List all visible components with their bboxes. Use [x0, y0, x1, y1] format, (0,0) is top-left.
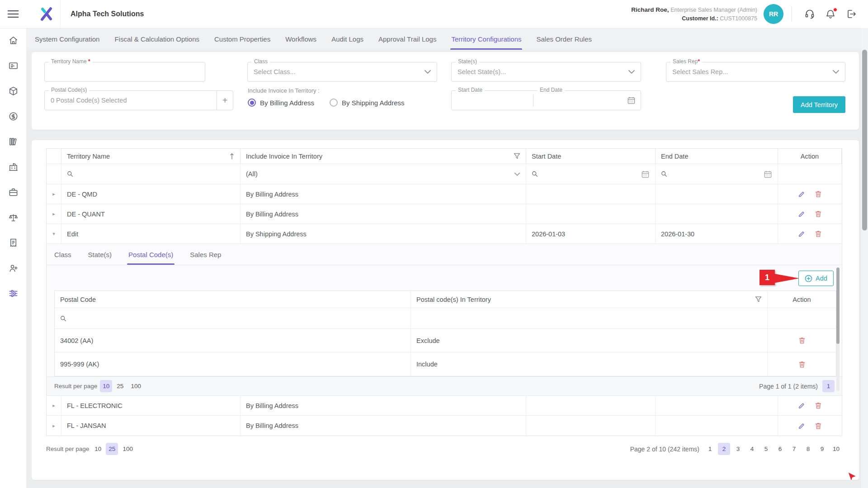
- expand-row-icon[interactable]: ▸: [52, 191, 56, 197]
- sales-rep-select[interactable]: Sales Rep* Select Sales Rep...: [666, 62, 845, 82]
- expand-row-icon[interactable]: ▸: [52, 403, 56, 408]
- customer-id-label: Customer Id.:: [682, 15, 718, 22]
- radio-unselected-icon: [330, 99, 338, 107]
- annotation-cursor: [847, 472, 857, 483]
- territory-name-field[interactable]: Territory Name *: [44, 62, 205, 82]
- calendar-icon[interactable]: [764, 170, 772, 178]
- detail-scrollbar[interactable]: [836, 267, 840, 391]
- class-select[interactable]: Class Select Class...: [247, 62, 437, 82]
- page-number-3[interactable]: 3: [732, 443, 744, 455]
- header-divider: [792, 6, 792, 22]
- support-headset-icon[interactable]: [799, 6, 820, 22]
- tab-approval-trail-logs[interactable]: Approval Trail Logs: [378, 28, 436, 50]
- page-number-1[interactable]: 1: [822, 380, 835, 392]
- delete-trash-icon[interactable]: [815, 190, 822, 198]
- tab-custom-properties[interactable]: Custom Properties: [214, 28, 270, 50]
- table-row: ▸ DE - QMD By Billing Address: [47, 184, 842, 204]
- tab-fiscal-calculation-options[interactable]: Fiscal & Calculation Options: [114, 28, 199, 50]
- invoice-icon[interactable]: [8, 238, 19, 248]
- package-icon[interactable]: [8, 86, 19, 96]
- page-number-5[interactable]: 5: [760, 443, 772, 455]
- tab-workflows[interactable]: Workflows: [285, 28, 316, 50]
- page-size-25[interactable]: 25: [106, 443, 118, 455]
- page-size-100[interactable]: 100: [128, 380, 144, 392]
- detail-tab-states[interactable]: State(s): [88, 244, 112, 265]
- postal-add-button[interactable]: +: [217, 91, 233, 110]
- page-number-9[interactable]: 9: [816, 443, 828, 455]
- territory-name-cell: FL - JANSAN: [67, 422, 106, 429]
- delete-trash-icon[interactable]: [815, 422, 822, 430]
- page-size-10[interactable]: 10: [100, 380, 112, 392]
- briefcase-icon[interactable]: [8, 187, 19, 197]
- page-size-100[interactable]: 100: [120, 443, 136, 455]
- collapse-row-icon[interactable]: ▾: [52, 231, 56, 237]
- home-icon[interactable]: [8, 35, 19, 46]
- delete-trash-icon[interactable]: [798, 337, 806, 344]
- edit-pencil-icon[interactable]: [798, 402, 806, 409]
- add-territory-button[interactable]: Add Territory: [793, 96, 845, 113]
- detail-tab-postal-codes[interactable]: Postal Code(s): [128, 244, 173, 265]
- page-number-2[interactable]: 2: [718, 443, 730, 455]
- states-select[interactable]: State(s) Select State(s)...: [451, 62, 641, 82]
- page-scrollbar[interactable]: [861, 28, 868, 488]
- page-scrollbar-thumb[interactable]: [862, 50, 867, 230]
- edit-pencil-icon[interactable]: [798, 190, 806, 198]
- crm-card-icon[interactable]: [8, 61, 19, 71]
- detail-tab-sales-rep[interactable]: Sales Rep: [190, 244, 221, 265]
- page-number-8[interactable]: 8: [802, 443, 814, 455]
- add-postal-code-button[interactable]: Add: [798, 271, 834, 286]
- postal-codes-field[interactable]: Postal Code(s) 0 Postal Code(s) Selected…: [44, 90, 233, 110]
- page-number-4[interactable]: 4: [746, 443, 758, 455]
- settings-sliders-icon[interactable]: [8, 288, 19, 299]
- sort-asc-icon[interactable]: [229, 153, 235, 160]
- detail-scrollbar-thumb[interactable]: [836, 267, 840, 344]
- filter-funnel-icon[interactable]: [514, 153, 520, 160]
- delete-trash-icon[interactable]: [815, 210, 822, 218]
- postal-code-search[interactable]: [55, 308, 411, 328]
- edit-pencil-icon[interactable]: [798, 230, 806, 238]
- tab-system-configuration[interactable]: System Configuration: [35, 28, 99, 50]
- expand-row-icon[interactable]: ▸: [52, 211, 56, 217]
- delete-trash-icon[interactable]: [798, 361, 806, 368]
- tab-sales-order-rules[interactable]: Sales Order Rules: [536, 28, 592, 50]
- calendar-icon[interactable]: [627, 96, 636, 105]
- page-number-7[interactable]: 7: [788, 443, 800, 455]
- delete-trash-icon[interactable]: [815, 402, 822, 409]
- radio-by-billing-address[interactable]: By Billing Address: [248, 99, 314, 107]
- add-user-icon[interactable]: [8, 263, 19, 273]
- page-number-10[interactable]: 10: [830, 443, 842, 455]
- notifications-bell-icon[interactable]: [820, 6, 841, 22]
- organization-icon[interactable]: [8, 162, 19, 172]
- currency-icon[interactable]: [8, 111, 19, 122]
- logout-icon[interactable]: [841, 6, 862, 22]
- radio-by-shipping-address[interactable]: By Shipping Address: [330, 99, 404, 107]
- scales-icon[interactable]: [8, 212, 19, 223]
- tab-territory-configurations[interactable]: Territory Configurations: [451, 28, 521, 50]
- territory-table-card: Territory Name Include Invoice In Territ…: [32, 140, 859, 480]
- date-range-field[interactable]: Start Date End Date: [451, 90, 641, 110]
- invoice-filter-dropdown[interactable]: (All): [241, 164, 526, 184]
- page-size-10[interactable]: 10: [92, 443, 104, 455]
- user-name: Richard Roe,: [631, 6, 669, 13]
- expand-row-icon[interactable]: ▸: [52, 423, 56, 429]
- avatar[interactable]: RR: [764, 4, 783, 24]
- start-date-filter[interactable]: [526, 164, 656, 184]
- delete-trash-icon[interactable]: [815, 230, 822, 238]
- app-logo[interactable]: [33, 0, 61, 28]
- end-date-filter[interactable]: [656, 164, 778, 184]
- page-size-25[interactable]: 25: [114, 380, 126, 392]
- detail-tab-class[interactable]: Class: [54, 244, 71, 265]
- edit-pencil-icon[interactable]: [798, 422, 806, 430]
- tab-audit-logs[interactable]: Audit Logs: [331, 28, 363, 50]
- library-icon[interactable]: [8, 136, 19, 147]
- filter-funnel-icon[interactable]: [755, 296, 762, 303]
- territory-name-search[interactable]: [61, 164, 241, 184]
- expand-column-header: [47, 149, 61, 164]
- col-territory-name: Territory Name: [67, 153, 110, 160]
- hamburger-menu-icon[interactable]: [0, 9, 26, 19]
- edit-pencil-icon[interactable]: [798, 210, 806, 218]
- calendar-icon[interactable]: [641, 170, 650, 178]
- page-number-1[interactable]: 1: [704, 443, 716, 455]
- page-number-6[interactable]: 6: [774, 443, 786, 455]
- invoice-cell: By Billing Address: [246, 211, 298, 218]
